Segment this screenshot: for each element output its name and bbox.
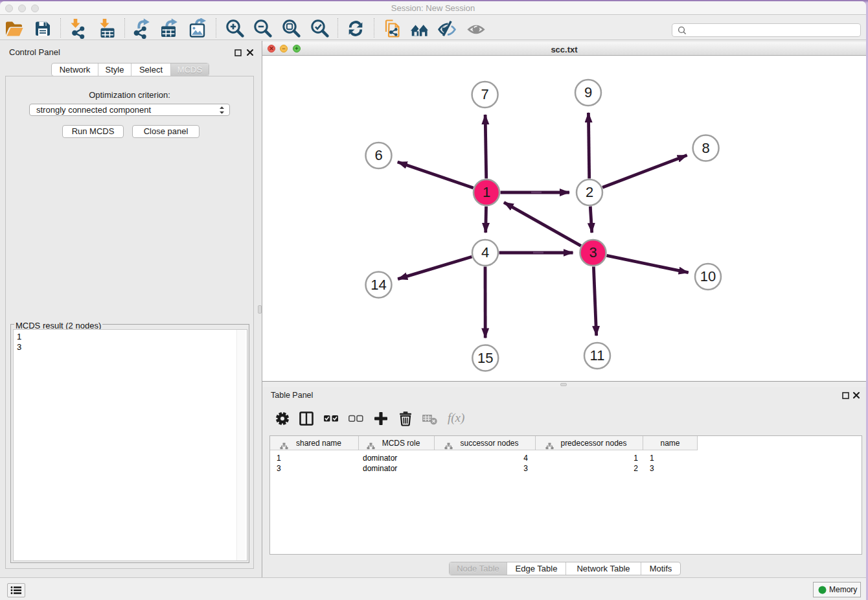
svg-text:10: 10 (700, 268, 716, 284)
svg-text:3: 3 (589, 244, 597, 260)
svg-text:9: 9 (584, 84, 592, 100)
svg-text:2: 2 (586, 184, 593, 200)
svg-text:4: 4 (481, 244, 489, 260)
svg-text:8: 8 (702, 140, 709, 156)
svg-text:7: 7 (481, 86, 488, 102)
svg-text:1: 1 (483, 184, 490, 200)
svg-text:6: 6 (374, 147, 382, 163)
svg-text:14: 14 (371, 277, 386, 293)
svg-text:15: 15 (477, 350, 493, 366)
svg-text:11: 11 (590, 347, 605, 363)
